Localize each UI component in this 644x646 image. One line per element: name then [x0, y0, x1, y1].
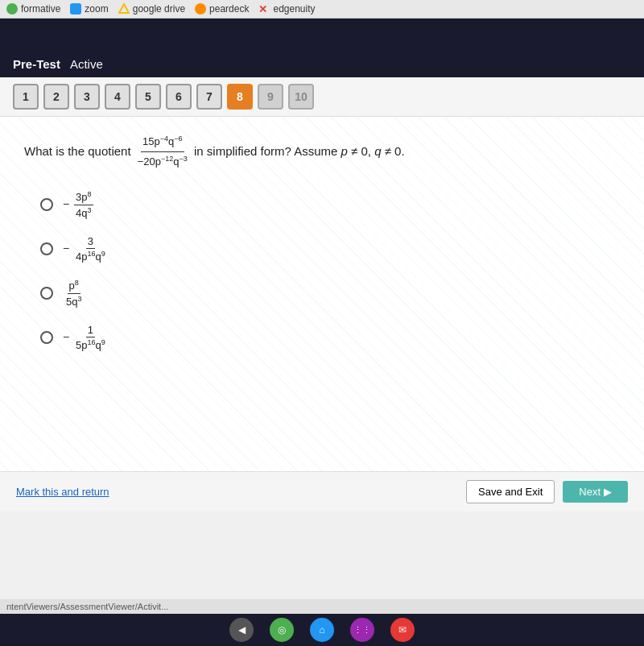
- svg-marker-0: [119, 4, 129, 13]
- q-btn-4[interactable]: 4: [105, 84, 130, 110]
- question-fraction: 15p−4q−6 −20p−12q−3: [136, 133, 189, 171]
- radio-a[interactable]: [40, 198, 53, 211]
- fraction-d-den: 5p16q9: [74, 337, 107, 351]
- fraction-d: 1 5p16q9: [74, 324, 107, 351]
- answer-item-b: − 3 4p16q9: [40, 235, 620, 263]
- answer-math-d: − 1 5p16q9: [63, 324, 109, 351]
- q-btn-7[interactable]: 7: [196, 84, 222, 110]
- answer-math-a: − 3p8 4q3: [63, 190, 95, 219]
- main-content: What is the quotient 15p−4q−6 −20p−12q−3…: [0, 117, 644, 511]
- bookmark-edgenuity-label: edgenuity: [273, 3, 315, 14]
- pretest-bar: Pre-Test Active: [0, 51, 644, 77]
- bottom-right-buttons: Save and Exit Next ▶: [466, 480, 628, 503]
- radio-b[interactable]: [40, 242, 53, 255]
- mark-return-link[interactable]: Mark this and return: [16, 486, 109, 498]
- fraction-denominator: −20p−12q−3: [136, 152, 189, 171]
- taskbar-search-icon[interactable]: ◎: [270, 618, 294, 642]
- app-header: [0, 19, 644, 51]
- question-text-before: What is the quotient: [24, 144, 134, 158]
- radio-c[interactable]: [40, 287, 53, 300]
- fraction-b-den: 4p16q9: [74, 249, 107, 263]
- fraction-a-num: 3p8: [74, 190, 93, 205]
- question-text: What is the quotient 15p−4q−6 −20p−12q−3…: [24, 133, 620, 171]
- q-btn-9[interactable]: 9: [258, 84, 283, 110]
- save-exit-button[interactable]: Save and Exit: [466, 480, 555, 503]
- q-btn-10[interactable]: 10: [288, 84, 314, 110]
- bookmark-zoom-label: zoom: [85, 3, 108, 14]
- bookmark-peardeck[interactable]: peardeck: [195, 3, 249, 14]
- edgenuity-icon: ✕: [258, 3, 270, 14]
- answer-item-c: p8 5q3: [40, 279, 620, 308]
- fraction-b-num: 3: [86, 235, 95, 249]
- q-btn-5[interactable]: 5: [135, 84, 161, 110]
- active-status-label: Active: [70, 57, 103, 71]
- fraction-d-num: 1: [86, 324, 95, 337]
- taskbar: ◀ ◎ ⌂ ⋮⋮ ✉: [0, 614, 644, 646]
- pretest-label: Pre-Test: [13, 57, 60, 71]
- browser-bookmarks-bar: formative zoom google drive peardeck ✕ e…: [0, 0, 644, 19]
- fraction-a: 3p8 4q3: [74, 190, 93, 219]
- bookmark-edgenuity[interactable]: ✕ edgenuity: [258, 3, 315, 14]
- fraction-b: 3 4p16q9: [74, 235, 107, 263]
- q-btn-2[interactable]: 2: [43, 84, 69, 110]
- fraction-c-den: 5q3: [64, 294, 83, 308]
- q-btn-3[interactable]: 3: [74, 84, 100, 110]
- answer-choices: − 3p8 4q3 − 3 4p16q9: [40, 190, 620, 351]
- q-btn-6[interactable]: 6: [166, 84, 192, 110]
- formative-icon: [6, 3, 18, 14]
- bookmark-googledrive[interactable]: google drive: [118, 3, 185, 14]
- fraction-c-num: p8: [68, 279, 80, 293]
- bookmark-googledrive-label: google drive: [133, 3, 185, 14]
- bookmark-formative-label: formative: [21, 3, 60, 14]
- taskbar-home-icon[interactable]: ⌂: [310, 618, 334, 642]
- fraction-a-den: 4q3: [74, 205, 93, 219]
- next-button[interactable]: Next ▶: [563, 481, 628, 503]
- next-arrow-icon: ▶: [604, 486, 612, 498]
- answer-math-b: − 3 4p16q9: [63, 235, 109, 263]
- bookmark-formative[interactable]: formative: [6, 3, 60, 14]
- fraction-numerator: 15p−4q−6: [141, 133, 184, 152]
- answer-math-c: p8 5q3: [63, 279, 85, 308]
- answer-item-d: − 1 5p16q9: [40, 324, 620, 351]
- radio-d[interactable]: [40, 331, 53, 344]
- q-btn-8[interactable]: 8: [227, 84, 253, 110]
- status-bar: ntentViewers/AssessmentViewer/Activit...: [0, 599, 644, 614]
- taskbar-mail-icon[interactable]: ✉: [390, 618, 415, 642]
- bookmark-zoom[interactable]: zoom: [70, 3, 108, 14]
- bookmark-peardeck-label: peardeck: [209, 3, 249, 14]
- question-navigation: 1 2 3 4 5 6 7 8 9 10: [0, 77, 644, 117]
- next-label: Next: [579, 486, 601, 498]
- question-text-after: in simplified form? Assume p ≠ 0, q ≠ 0.: [194, 144, 405, 158]
- googledrive-icon: [118, 3, 130, 14]
- status-text: ntentViewers/AssessmentViewer/Activit...: [6, 602, 168, 611]
- fraction-c: p8 5q3: [64, 279, 83, 308]
- bottom-action-bar: Mark this and return Save and Exit Next …: [0, 471, 644, 511]
- taskbar-apps-icon[interactable]: ⋮⋮: [350, 618, 374, 642]
- peardeck-icon: [195, 3, 206, 14]
- answer-item-a: − 3p8 4q3: [40, 190, 620, 219]
- taskbar-back-icon[interactable]: ◀: [229, 618, 254, 642]
- q-btn-1[interactable]: 1: [13, 84, 39, 110]
- zoom-icon: [70, 3, 81, 14]
